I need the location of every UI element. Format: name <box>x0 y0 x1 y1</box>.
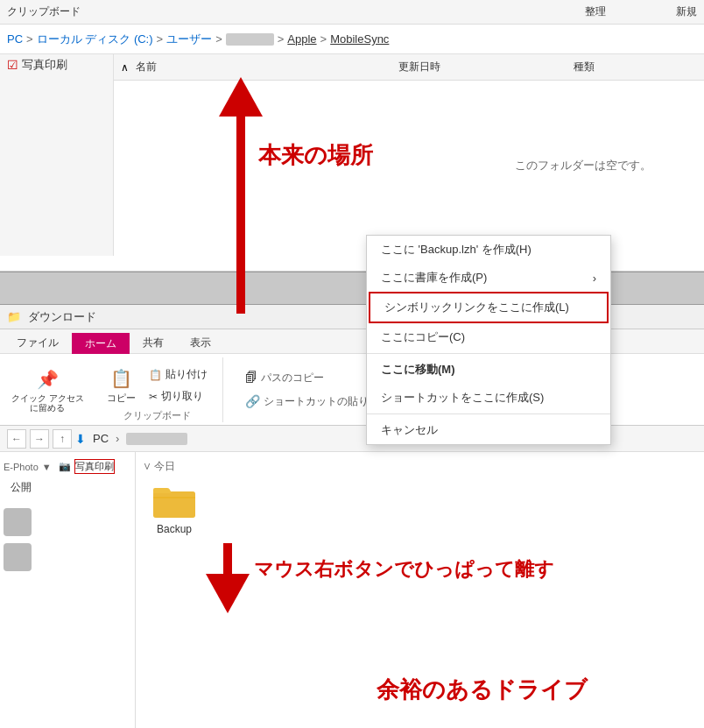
left-panel: E-Photo ▼ 📷 写真印刷 公開 <box>0 452 136 728</box>
svg-marker-6 <box>206 574 250 613</box>
up-button[interactable]: ↑ <box>53 429 72 449</box>
backup-folder-item[interactable]: Backup <box>143 481 206 535</box>
copy-button[interactable]: 📋 コピー <box>102 364 141 406</box>
paste-cut-group: 📋 貼り付け ✂ 切り取り <box>144 364 212 406</box>
svg-marker-4 <box>219 77 263 117</box>
context-item-4-label: ここに移動(M) <box>381 362 455 378</box>
nav-username <box>126 433 187 445</box>
empty-folder-content: このフォルダーは空です。 <box>114 81 704 256</box>
date-today-label: 今日 <box>154 460 175 472</box>
clipboard-group-label: クリップボード <box>123 409 191 422</box>
cut-button[interactable]: ✂ 切り取り <box>144 386 212 406</box>
context-item-3-label: ここにコピー(C) <box>381 329 465 345</box>
clipboard-group: 📋 コピー 📋 貼り付け ✂ 切り取り クリップボード <box>99 357 223 422</box>
pin-label: クイック アクセスに留める <box>11 393 84 413</box>
path-copy-label: パスのコピー <box>261 371 324 385</box>
photo-icon: 📷 <box>59 461 71 472</box>
breadcrumb-local-disk[interactable]: ローカル ディスク (C:) <box>37 32 153 47</box>
checkbox-icon: ☑ <box>7 58 18 72</box>
breadcrumb-users[interactable]: ユーザー <box>166 32 212 47</box>
blurred-item-1 <box>4 508 131 536</box>
context-divider-2 <box>367 413 610 414</box>
context-item-2[interactable]: シンボリックリンクをここに作成(L) <box>369 292 609 323</box>
context-menu: ここに 'Backup.lzh' を作成(H) ここに書庫を作成(P) › シン… <box>366 235 611 445</box>
copy-label: コピー <box>107 392 136 404</box>
context-item-1-label: ここに書庫を作成(P) <box>381 270 487 286</box>
organize-label: 整理 <box>585 4 606 19</box>
blurred-item-2 <box>4 543 131 571</box>
backup-folder-label: Backup <box>157 523 192 535</box>
top-left-sidebar: ☑ 写真印刷 <box>0 54 114 256</box>
empty-folder-message: このフォルダーは空です。 <box>515 158 651 173</box>
context-item-5[interactable]: ショートカットをここに作成(S) <box>367 384 610 412</box>
photo-print-sidebar-item[interactable]: ☑ 写真印刷 <box>0 54 113 75</box>
clipboard-label: クリップボード <box>7 4 81 19</box>
context-item-6-label: キャンセル <box>381 422 438 438</box>
forward-button[interactable]: → <box>30 429 49 449</box>
download-icon: 📁 <box>7 310 21 323</box>
app-label: E-Photo <box>4 462 39 472</box>
tab-file[interactable]: ファイル <box>4 332 72 353</box>
paste-label: 貼り付け <box>165 367 208 382</box>
svg-rect-2 <box>153 497 195 498</box>
context-divider-1 <box>367 353 610 354</box>
file-grid: Backup <box>143 481 697 535</box>
public-folder-item[interactable]: 公開 <box>4 477 131 498</box>
sep4: > <box>278 32 285 46</box>
paste-icon: 📋 <box>149 369 162 381</box>
col-type-header[interactable]: 種類 <box>574 60 595 74</box>
down-arrow-icon: ⬇ <box>75 432 86 446</box>
blurred-avatar-1 <box>4 508 32 536</box>
tab-file-label: ファイル <box>17 336 59 350</box>
cut-icon: ✂ <box>149 391 158 403</box>
sep2: > <box>157 32 164 46</box>
shortcut-paste-button[interactable]: 🔗 ショートカットの貼り付 <box>241 392 384 412</box>
breadcrumb-mobilesync[interactable]: MobileSync <box>330 32 389 46</box>
photo-print-item[interactable]: 写真印刷 <box>74 459 115 474</box>
breadcrumb-pc[interactable]: PC <box>7 32 23 46</box>
context-item-3[interactable]: ここにコピー(C) <box>367 323 610 351</box>
sort-arrow[interactable]: ∧ <box>121 61 129 74</box>
top-main-area: ∧ 名前 更新日時 種類 このフォルダーは空です。 <box>114 54 704 256</box>
context-item-0[interactable]: ここに 'Backup.lzh' を作成(H) <box>367 236 610 264</box>
nav-sep: › <box>116 432 119 445</box>
breadcrumb-apple[interactable]: Apple <box>287 32 316 46</box>
arrow-icon: ▼ <box>42 462 52 472</box>
path-copy-button[interactable]: 🗐 パスのコピー <box>241 368 384 388</box>
bottom-main-area: E-Photo ▼ 📷 写真印刷 公開 ∨ 今日 <box>0 452 704 728</box>
tab-share-label: 共有 <box>143 336 164 350</box>
context-item-1[interactable]: ここに書庫を作成(P) › <box>367 264 610 292</box>
bottom-window-title: ダウンロード <box>28 309 96 325</box>
context-item-6[interactable]: キャンセル <box>367 416 610 444</box>
tab-share[interactable]: 共有 <box>130 332 177 353</box>
context-item-5-label: ショートカットをここに作成(S) <box>381 390 544 406</box>
svg-rect-1 <box>153 491 195 518</box>
col-date-header[interactable]: 更新日時 <box>398 60 574 74</box>
context-item-4[interactable]: ここに移動(M) <box>367 356 610 384</box>
tab-home[interactable]: ホーム <box>72 333 130 354</box>
yoyu-drive-label: 余裕のあるドライブ <box>377 675 588 705</box>
new-label: 新規 <box>676 4 697 19</box>
sep5: > <box>320 32 327 46</box>
nav-pc-label[interactable]: PC <box>93 432 109 445</box>
context-item-2-label: シンボリックリンクをここに作成(L) <box>384 300 569 315</box>
blurred-items <box>4 508 131 571</box>
back-button[interactable]: ← <box>7 429 26 449</box>
clipboard-items: 📋 コピー 📋 貼り付け ✂ 切り取り <box>102 357 212 409</box>
col-name-header[interactable]: 名前 <box>136 60 398 74</box>
pin-icon: 📌 <box>35 367 60 392</box>
red-arrow-up <box>215 77 267 334</box>
tab-view[interactable]: 表示 <box>177 332 224 353</box>
pin-button[interactable]: 📌 クイック アクセスに留める <box>7 364 88 415</box>
photo-print-label: 写真印刷 <box>22 57 67 73</box>
svg-rect-3 <box>236 103 245 314</box>
breadcrumb-username[interactable] <box>226 33 274 46</box>
paste-button[interactable]: 📋 貼り付け <box>144 364 212 385</box>
context-item-0-label: ここに 'Backup.lzh' を作成(H) <box>381 242 532 258</box>
copy-icon: 📋 <box>109 366 134 391</box>
shortcut-paste-label: ショートカットの貼り付 <box>264 394 379 409</box>
tab-home-label: ホーム <box>85 336 116 351</box>
app-header: E-Photo ▼ 📷 写真印刷 <box>4 459 131 474</box>
red-arrow-down <box>201 543 254 616</box>
top-toolbar: クリップボード 整理 新規 <box>0 0 704 25</box>
